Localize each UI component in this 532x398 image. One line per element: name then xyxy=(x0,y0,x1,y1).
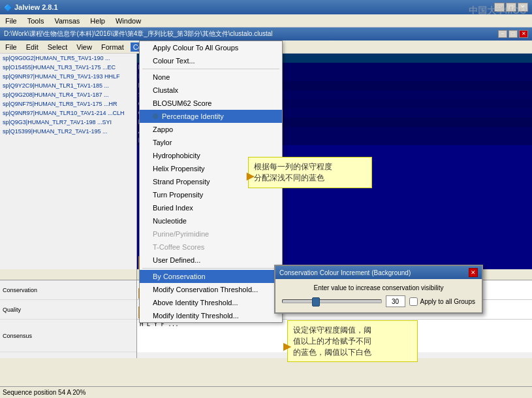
inner-minimize[interactable]: − xyxy=(498,30,507,38)
menu-window[interactable]: Window xyxy=(113,16,144,25)
seq-name-2: sp|O15455|HUMAN_TLR3_TAV1-175 ...EC xyxy=(0,63,136,72)
inner-maximize[interactable]: □ xyxy=(509,30,518,38)
menu-vamsas[interactable]: Vamsas xyxy=(52,16,82,25)
conservation-slider-track[interactable] xyxy=(282,299,382,303)
annotation-label-quality: Quality xyxy=(0,300,136,320)
conservation-title-text: Conservation Colour Increment (Backgroun… xyxy=(279,269,411,276)
inner-menu-file[interactable]: File xyxy=(3,42,20,52)
annotation-labels: Conservation Quality Consensus xyxy=(0,280,137,358)
menu-percentage-identity-label: Percentage Identity xyxy=(162,112,224,120)
inner-title-bar: D:\Work\课程\生物信息学(本科)\2016\课件\第4章_序列比较_第3… xyxy=(0,27,532,41)
seq-name-7: sp|Q9NR97|HUMAN_TLR10_TAV1-214 ...CLH xyxy=(0,108,136,118)
inner-menu-select[interactable]: Select xyxy=(45,42,70,52)
app-icon: 🔷 xyxy=(4,4,12,11)
menu-percentage-identity[interactable]: Percentage Identity xyxy=(140,110,282,123)
inner-title-text: D:\Work\课程\生物信息学(本科)\2016\课件\第4章_序列比较_第3… xyxy=(4,29,273,39)
menu-blosum62[interactable]: BLOSUM62 Score xyxy=(140,97,282,110)
close-button[interactable]: ✕ xyxy=(518,3,528,12)
arrow-bubble2: ▶ xyxy=(283,340,291,352)
menu-user-defined[interactable]: User Defined... xyxy=(140,254,282,267)
annotation-bubble-2: 设定保守程度阈值，阈值以上的才给赋予不同的蓝色，阈值以下白色 xyxy=(287,320,418,362)
conservation-title-bar: Conservation Colour Increment (Backgroun… xyxy=(275,266,482,279)
separator-2 xyxy=(142,268,279,269)
seq-name-3: sp|Q9NR97|HUMAN_TLR9_TAV1-193 HHLF xyxy=(0,72,136,81)
menu-by-conservation[interactable]: By Conservation xyxy=(140,270,282,283)
menu-modify-conservation[interactable]: Modify Conservation Threshold... xyxy=(140,283,282,296)
apply-all-groups-label: Apply to all Groups xyxy=(420,298,476,305)
inner-menu-edit[interactable]: Edit xyxy=(23,42,41,52)
seq-name-9: sp|Q15399|HUMAN_TLR2_TAV1-195 ... xyxy=(0,127,136,136)
inner-title-controls: − □ ✕ xyxy=(498,30,528,38)
title-bar-controls: − □ ✕ xyxy=(494,3,528,12)
annotation-label-conservation: Conservation xyxy=(0,280,136,300)
menu-modify-identity[interactable]: Modify Identity Threshold... xyxy=(140,309,282,322)
conservation-value-input[interactable]: 30 xyxy=(386,295,405,307)
menu-purine: Purine/Pyrimidine xyxy=(140,227,282,240)
seq-name-5: sp|Q9G208|HUMAN_TLR4_TAV1-187 ... xyxy=(0,90,136,99)
separator-1 xyxy=(142,69,279,69)
seq-name-8: sp|Q9G3|HUMAN_TLR7_TAV1-198 ...SYI xyxy=(0,118,136,127)
menu-taylor[interactable]: Taylor xyxy=(140,136,282,149)
conservation-body: Enter value to increase conservation vis… xyxy=(275,279,482,312)
annotation-bubble-2-text: 设定保守程度阈值，阈值以上的才给赋予不同的蓝色，阈值以下白色 xyxy=(293,325,371,357)
apply-all-groups-checkbox[interactable] xyxy=(409,297,418,306)
title-bar-left: 🔷 Jalview 2.8.1 xyxy=(4,3,58,11)
menu-turn-propensity[interactable]: Turn Propensity xyxy=(140,188,282,201)
menu-above-identity[interactable]: Above Identity Threshold... xyxy=(140,296,282,309)
status-text: Sequence position 54 A 20% xyxy=(3,389,86,396)
arrow-bubble1: ◀ xyxy=(247,171,255,184)
menu-colour-text[interactable]: Colour Text... xyxy=(140,54,282,67)
seq-name-1: sp|Q9G0G2|HUMAN_TLR5_TAV1-190 ... xyxy=(0,54,136,63)
menu-zappo[interactable]: Zappo xyxy=(140,123,282,136)
menu-nucleotide[interactable]: Nucleotide xyxy=(140,214,282,227)
seq-name-6: sp|Q9NF75|HUMAN_TLR8_TAV1-175 ...HR xyxy=(0,99,136,108)
menu-tcoffee: T-Coffee Scores xyxy=(140,240,282,254)
status-bar: Sequence position 54 A 20% xyxy=(0,386,532,398)
main-window: 🔷 Jalview 2.8.1 − □ ✕ File Tools Vamsas … xyxy=(0,0,532,398)
seq-name-4: sp|Q9Y2C9|HUMAN_TLR1_TAV1-185 ... xyxy=(0,81,136,90)
conservation-controls-row: 30 Apply to all Groups xyxy=(282,295,475,307)
annotation-label-consensus: Consensus xyxy=(0,320,136,352)
menu-none[interactable]: None xyxy=(140,71,282,84)
conservation-dialog: Conservation Colour Increment (Backgroun… xyxy=(274,265,483,314)
selected-bullet xyxy=(153,114,158,119)
menu-buried-index[interactable]: Buried Index xyxy=(140,201,282,214)
app-title: Jalview 2.8.1 xyxy=(14,3,58,11)
conservation-description: Enter value to increase conservation vis… xyxy=(282,284,475,291)
sequence-names-panel: sp|Q9G0G2|HUMAN_TLR5_TAV1-190 ... sp|O15… xyxy=(0,54,137,269)
menu-apply-colour-all[interactable]: Apply Colour To All Groups xyxy=(140,41,282,54)
annotation-bubble-1: 根据每一列的保守程度分配深浅不同的蓝色 xyxy=(248,157,372,188)
menu-file[interactable]: File xyxy=(3,16,20,25)
conservation-slider-thumb[interactable] xyxy=(312,297,320,307)
menu-tools[interactable]: Tools xyxy=(25,16,47,25)
conservation-checkbox-row: Apply to all Groups xyxy=(409,297,476,306)
title-bar: 🔷 Jalview 2.8.1 − □ ✕ xyxy=(0,0,532,14)
inner-close[interactable]: ✕ xyxy=(519,30,528,38)
inner-menu-view[interactable]: View xyxy=(74,42,95,52)
maximize-button[interactable]: □ xyxy=(506,3,516,12)
top-menu-bar: File Tools Vamsas Help Window xyxy=(0,14,532,27)
menu-clustalx[interactable]: Clustalx xyxy=(140,84,282,97)
minimize-button[interactable]: − xyxy=(494,3,505,12)
conservation-close-button[interactable]: ✕ xyxy=(469,268,478,277)
annotation-bubble-1-text: 根据每一列的保守程度分配深浅不同的蓝色 xyxy=(254,162,332,182)
menu-help[interactable]: Help xyxy=(87,16,108,25)
inner-menu-format[interactable]: Format xyxy=(99,42,127,52)
